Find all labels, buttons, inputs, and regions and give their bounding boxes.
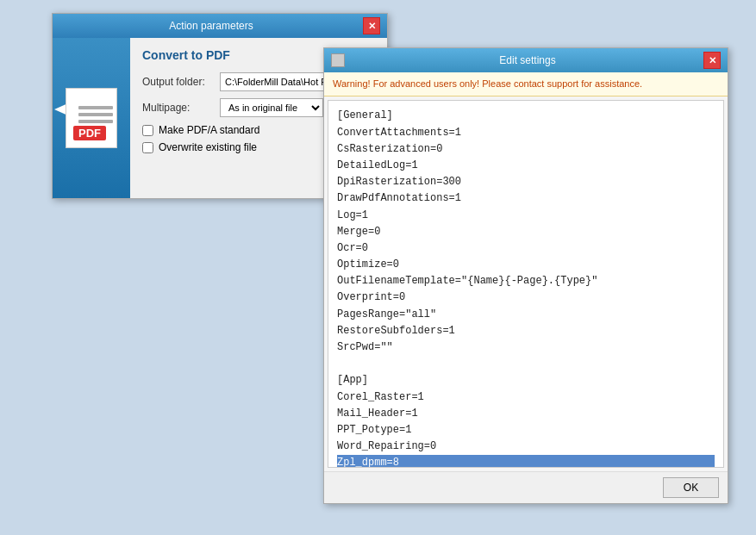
action-dialog-titlebar: Action parameters ✕ — [53, 14, 387, 38]
multipage-label: Multipage: — [142, 102, 220, 114]
overwrite-label: Overwrite existing file — [159, 141, 257, 153]
edit-warning-bar: Warning! For advanced users only! Please… — [324, 72, 728, 96]
highlighted-line: Zpl_dpmm=8 — [337, 455, 715, 468]
content-line: Mail_Header=1 — [337, 406, 715, 422]
pdf-label: PDF — [73, 126, 106, 140]
pdf-icon-area: PDF — [53, 38, 130, 198]
content-line: Merge=0 — [337, 224, 715, 240]
content-line: DetailedLog=1 — [337, 158, 715, 174]
edit-dialog-title: Edit settings — [352, 54, 703, 66]
content-line: [App] — [337, 372, 715, 389]
content-line: Ocr=0 — [337, 240, 715, 257]
edit-warning-text: Warning! For advanced users only! Please… — [333, 78, 642, 89]
action-dialog-close-button[interactable]: ✕ — [363, 17, 380, 34]
edit-dialog-close-button[interactable]: ✕ — [703, 52, 721, 69]
edit-settings-dialog: Edit settings ✕ Warning! For advanced us… — [323, 47, 728, 504]
content-line — [337, 356, 715, 372]
content-line: Word_Repairing=0 — [337, 439, 715, 455]
content-line: ConvertAttachments=1 — [337, 125, 715, 141]
content-line: Optimize=0 — [337, 257, 715, 273]
pdf-icon: PDF — [61, 84, 122, 152]
pdf-line-3 — [78, 120, 113, 123]
multipage-select[interactable]: As in original file — [220, 98, 323, 117]
content-line: PagesRange="all" — [337, 307, 715, 323]
content-line: SrcPwd="" — [337, 339, 715, 356]
edit-dialog-footer: OK — [324, 471, 728, 503]
action-dialog-title: Action parameters — [59, 20, 363, 32]
content-line: Overprint=0 — [337, 289, 715, 306]
content-line: DrawPdfAnnotations=1 — [337, 190, 715, 207]
pdf-line-2 — [78, 113, 113, 116]
content-line: RestoreSubfolders=1 — [337, 323, 715, 339]
edit-ok-button[interactable]: OK — [663, 477, 719, 498]
overwrite-checkbox[interactable] — [142, 142, 153, 153]
edit-dialog-titlebar: Edit settings ✕ — [324, 48, 728, 72]
content-line: [General] — [337, 108, 715, 124]
content-line: PPT_Potype=1 — [337, 422, 715, 439]
content-line: Corel_Raster=1 — [337, 389, 715, 406]
make-pdfa-label: Make PDF/A standard — [159, 124, 259, 136]
content-line: Log=1 — [337, 208, 715, 224]
content-line: OutFilenameTemplate="{Name}{-Page}.{Type… — [337, 273, 715, 289]
pdf-lines — [78, 106, 113, 127]
content-line: CsRasterization=0 — [337, 141, 715, 158]
pdf-page-icon: PDF — [66, 88, 117, 148]
content-line: DpiRasterization=300 — [337, 174, 715, 190]
make-pdfa-checkbox[interactable] — [142, 125, 153, 136]
pdf-line-1 — [78, 106, 113, 109]
output-folder-label: Output folder: — [142, 76, 220, 88]
edit-dialog-icon — [331, 53, 345, 67]
edit-content-area[interactable]: [General]ConvertAttachments=1CsRasteriza… — [328, 100, 724, 468]
